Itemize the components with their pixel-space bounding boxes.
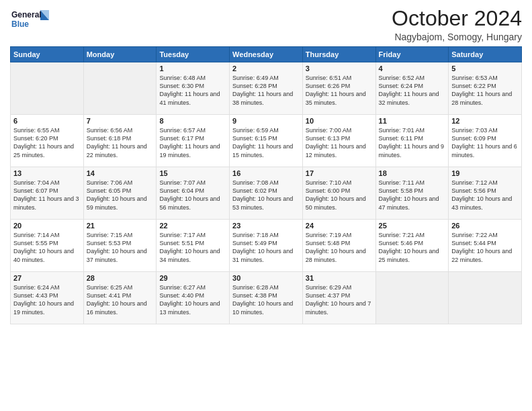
- day-number: 31: [306, 274, 373, 282]
- day-cell: 10Sunrise: 7:00 AMSunset: 6:13 PMDayligh…: [302, 115, 375, 167]
- day-number: 30: [232, 274, 300, 282]
- day-info: Sunrise: 6:48 AMSunset: 6:30 PMDaylight:…: [159, 74, 226, 107]
- day-number: 26: [451, 222, 519, 230]
- day-cell: 28Sunrise: 6:25 AMSunset: 4:41 PMDayligh…: [83, 272, 157, 324]
- day-info: Sunrise: 7:08 AMSunset: 6:02 PMDaylight:…: [232, 179, 300, 212]
- calendar-table: SundayMondayTuesdayWednesdayThursdayFrid…: [10, 46, 522, 324]
- day-number: 9: [232, 117, 300, 125]
- header-cell-tuesday: Tuesday: [157, 47, 230, 62]
- day-info: Sunrise: 7:01 AMSunset: 6:11 PMDaylight:…: [379, 126, 446, 159]
- week-row-3: 13Sunrise: 7:04 AMSunset: 6:07 PMDayligh…: [11, 167, 522, 220]
- day-info: Sunrise: 6:59 AMSunset: 6:15 PMDaylight:…: [232, 126, 300, 159]
- day-number: 28: [87, 274, 154, 282]
- day-cell: 2Sunrise: 6:49 AMSunset: 6:28 PMDaylight…: [230, 62, 303, 115]
- day-cell: 25Sunrise: 7:21 AMSunset: 5:46 PMDayligh…: [375, 220, 449, 272]
- day-info: Sunrise: 7:15 AMSunset: 5:53 PMDaylight:…: [87, 231, 154, 264]
- header-row: SundayMondayTuesdayWednesdayThursdayFrid…: [11, 47, 522, 62]
- day-number: 7: [87, 117, 154, 125]
- day-number: 13: [13, 169, 81, 177]
- day-info: Sunrise: 6:28 AMSunset: 4:38 PMDaylight:…: [232, 283, 300, 316]
- location: Nagybajom, Somogy, Hungary: [392, 32, 522, 42]
- header-cell-wednesday: Wednesday: [230, 47, 303, 62]
- day-cell: 9Sunrise: 6:59 AMSunset: 6:15 PMDaylight…: [230, 115, 303, 167]
- day-info: Sunrise: 7:06 AMSunset: 6:05 PMDaylight:…: [87, 179, 154, 212]
- logo: GeneralBlue: [10, 7, 50, 34]
- header-cell-saturday: Saturday: [449, 47, 522, 62]
- day-cell: 15Sunrise: 7:07 AMSunset: 6:04 PMDayligh…: [157, 167, 230, 220]
- day-cell: 13Sunrise: 7:04 AMSunset: 6:07 PMDayligh…: [11, 167, 84, 220]
- day-info: Sunrise: 7:21 AMSunset: 5:46 PMDaylight:…: [379, 231, 446, 264]
- day-info: Sunrise: 7:03 AMSunset: 6:09 PMDaylight:…: [451, 126, 519, 159]
- svg-text:General: General: [11, 10, 42, 19]
- day-cell: 21Sunrise: 7:15 AMSunset: 5:53 PMDayligh…: [83, 220, 157, 272]
- day-number: 23: [232, 222, 300, 230]
- month-title: October 2024: [392, 7, 522, 30]
- title-block: October 2024 Nagybajom, Somogy, Hungary: [392, 7, 522, 42]
- day-cell: 23Sunrise: 7:18 AMSunset: 5:49 PMDayligh…: [230, 220, 303, 272]
- day-cell: 12Sunrise: 7:03 AMSunset: 6:09 PMDayligh…: [449, 115, 522, 167]
- day-info: Sunrise: 7:07 AMSunset: 6:04 PMDaylight:…: [159, 179, 226, 212]
- day-cell: 7Sunrise: 6:56 AMSunset: 6:18 PMDaylight…: [83, 115, 157, 167]
- week-row-5: 27Sunrise: 6:24 AMSunset: 4:43 PMDayligh…: [11, 272, 522, 324]
- day-number: 22: [159, 222, 226, 230]
- day-number: 18: [379, 169, 446, 177]
- day-info: Sunrise: 7:14 AMSunset: 5:55 PMDaylight:…: [13, 231, 81, 264]
- day-info: Sunrise: 6:27 AMSunset: 4:40 PMDaylight:…: [159, 283, 226, 316]
- day-cell: 26Sunrise: 7:22 AMSunset: 5:44 PMDayligh…: [449, 220, 522, 272]
- page: GeneralBlue October 2024 Nagybajom, Somo…: [0, 0, 532, 411]
- day-number: 1: [159, 64, 226, 73]
- svg-text:Blue: Blue: [11, 19, 29, 29]
- header-cell-sunday: Sunday: [11, 47, 84, 62]
- day-cell: 4Sunrise: 6:52 AMSunset: 6:24 PMDaylight…: [375, 62, 449, 115]
- header-cell-monday: Monday: [83, 47, 157, 62]
- day-cell: 8Sunrise: 6:57 AMSunset: 6:17 PMDaylight…: [157, 115, 230, 167]
- day-info: Sunrise: 6:49 AMSunset: 6:28 PMDaylight:…: [232, 74, 300, 107]
- day-number: 27: [13, 274, 81, 282]
- day-cell: 30Sunrise: 6:28 AMSunset: 4:38 PMDayligh…: [230, 272, 303, 324]
- day-info: Sunrise: 6:55 AMSunset: 6:20 PMDaylight:…: [13, 126, 81, 159]
- day-number: 4: [379, 64, 446, 73]
- header: GeneralBlue October 2024 Nagybajom, Somo…: [10, 7, 522, 42]
- day-cell: 5Sunrise: 6:53 AMSunset: 6:22 PMDaylight…: [449, 62, 522, 115]
- day-number: 10: [306, 117, 373, 125]
- day-info: Sunrise: 6:56 AMSunset: 6:18 PMDaylight:…: [87, 126, 154, 159]
- week-row-2: 6Sunrise: 6:55 AMSunset: 6:20 PMDaylight…: [11, 115, 522, 167]
- day-info: Sunrise: 6:25 AMSunset: 4:41 PMDaylight:…: [87, 283, 154, 316]
- week-row-4: 20Sunrise: 7:14 AMSunset: 5:55 PMDayligh…: [11, 220, 522, 272]
- day-number: 29: [159, 274, 226, 282]
- day-number: 12: [451, 117, 519, 125]
- week-row-1: 1Sunrise: 6:48 AMSunset: 6:30 PMDaylight…: [11, 62, 522, 115]
- day-info: Sunrise: 6:52 AMSunset: 6:24 PMDaylight:…: [379, 74, 446, 107]
- day-cell: [449, 272, 522, 324]
- day-cell: 11Sunrise: 7:01 AMSunset: 6:11 PMDayligh…: [375, 115, 449, 167]
- day-number: 16: [232, 169, 300, 177]
- day-info: Sunrise: 7:10 AMSunset: 6:00 PMDaylight:…: [306, 179, 373, 212]
- day-number: 8: [159, 117, 226, 125]
- day-cell: 3Sunrise: 6:51 AMSunset: 6:26 PMDaylight…: [302, 62, 375, 115]
- day-info: Sunrise: 6:53 AMSunset: 6:22 PMDaylight:…: [451, 74, 519, 107]
- day-cell: 19Sunrise: 7:12 AMSunset: 5:56 PMDayligh…: [449, 167, 522, 220]
- day-cell: 27Sunrise: 6:24 AMSunset: 4:43 PMDayligh…: [11, 272, 84, 324]
- day-cell: 20Sunrise: 7:14 AMSunset: 5:55 PMDayligh…: [11, 220, 84, 272]
- day-cell: 1Sunrise: 6:48 AMSunset: 6:30 PMDaylight…: [157, 62, 230, 115]
- day-number: 2: [232, 64, 300, 73]
- day-cell: 6Sunrise: 6:55 AMSunset: 6:20 PMDaylight…: [11, 115, 84, 167]
- day-cell: [11, 62, 84, 115]
- day-cell: 17Sunrise: 7:10 AMSunset: 6:00 PMDayligh…: [302, 167, 375, 220]
- day-number: 15: [159, 169, 226, 177]
- day-cell: 31Sunrise: 6:29 AMSunset: 4:37 PMDayligh…: [302, 272, 375, 324]
- logo-svg: GeneralBlue: [10, 7, 50, 34]
- day-cell: 16Sunrise: 7:08 AMSunset: 6:02 PMDayligh…: [230, 167, 303, 220]
- day-number: 19: [451, 169, 519, 177]
- day-number: 24: [306, 222, 373, 230]
- day-cell: 18Sunrise: 7:11 AMSunset: 5:58 PMDayligh…: [375, 167, 449, 220]
- header-cell-thursday: Thursday: [302, 47, 375, 62]
- day-number: 5: [451, 64, 519, 73]
- day-cell: 24Sunrise: 7:19 AMSunset: 5:48 PMDayligh…: [302, 220, 375, 272]
- day-cell: [83, 62, 157, 115]
- day-cell: 14Sunrise: 7:06 AMSunset: 6:05 PMDayligh…: [83, 167, 157, 220]
- day-info: Sunrise: 7:00 AMSunset: 6:13 PMDaylight:…: [306, 126, 373, 159]
- day-number: 21: [87, 222, 154, 230]
- day-number: 14: [87, 169, 154, 177]
- day-info: Sunrise: 7:19 AMSunset: 5:48 PMDaylight:…: [306, 231, 373, 264]
